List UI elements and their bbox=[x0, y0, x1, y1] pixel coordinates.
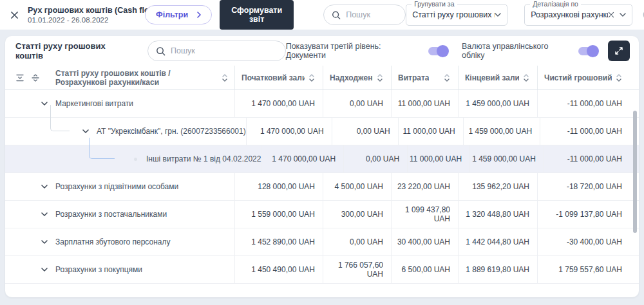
group-by-select[interactable]: Групувати за Статті руху грошових ко bbox=[406, 4, 507, 26]
column-header-closing-balance: Кінцевий залишок bbox=[458, 66, 537, 89]
table-body: Маркетингові витрати 1 470 000,00 UAH 0,… bbox=[5, 90, 639, 297]
group-by-label: Групувати за bbox=[412, 0, 457, 8]
panel-search-input[interactable] bbox=[171, 46, 222, 55]
cell-outflow: 11 000,00 UAH bbox=[398, 118, 463, 145]
report-toolbar: Рух грошових коштів (Cash flow) 01.01.20… bbox=[0, 0, 644, 30]
cell-opening: 1 470 000,00 UAH bbox=[246, 118, 332, 145]
card-header: Статті руху грошових коштів Показувати т… bbox=[5, 36, 639, 66]
cell-opening: 128 000,00 UAH bbox=[234, 173, 323, 200]
cell-closing: 1 442 044,80 UAH bbox=[458, 228, 537, 255]
fullscreen-button[interactable] bbox=[608, 41, 630, 61]
panel-search bbox=[147, 41, 286, 61]
report-card: Статті руху грошових коштів Показувати т… bbox=[5, 36, 639, 297]
toggle-third-level-label: Показувати третій рівень: Документи bbox=[286, 42, 422, 60]
row-label: Розрахунки з покупцями bbox=[55, 265, 142, 274]
chevron-down-icon bbox=[620, 13, 626, 17]
row-expand-chevron-icon[interactable] bbox=[41, 240, 48, 244]
toggle-currency[interactable] bbox=[578, 47, 598, 55]
cell-net: -11 000,00 UAH bbox=[544, 145, 639, 172]
cell-inflow: 0,00 UAH bbox=[332, 118, 398, 145]
chevron-right-icon bbox=[197, 12, 201, 18]
chevron-down-icon bbox=[495, 13, 501, 17]
cell-inflow: 0,00 UAH bbox=[323, 90, 391, 117]
cell-opening: 1 470 000,00 UAH bbox=[234, 90, 323, 117]
row-label: Розрахунки з підзвітними особами bbox=[55, 182, 178, 191]
cell-outflow: 23 220,00 UAH bbox=[391, 173, 458, 200]
column-header-inflow: Надходження bbox=[323, 66, 391, 89]
close-icon bbox=[10, 11, 19, 19]
row-expand-chevron-icon[interactable] bbox=[82, 129, 89, 133]
cell-closing: 1 459 000,00 UAH bbox=[469, 145, 544, 172]
row-label: Зарплатня збутового персоналу bbox=[55, 237, 170, 246]
cell-net: -18 720,00 UAH bbox=[537, 173, 639, 200]
cell-net: -11 000,00 UAH bbox=[540, 118, 639, 145]
collapse-all-icon[interactable] bbox=[15, 73, 24, 82]
row-expand-chevron-icon[interactable] bbox=[41, 268, 48, 272]
cell-outflow: 6 500,00 UAH bbox=[391, 256, 458, 283]
row-expand-chevron-icon[interactable] bbox=[41, 212, 48, 216]
group-by-value: Статті руху грошових ко bbox=[412, 10, 495, 19]
filters-button[interactable]: Фільтри bbox=[145, 5, 212, 24]
column-header-outflow: Витрата bbox=[391, 66, 458, 89]
sort-icon[interactable] bbox=[616, 73, 622, 82]
document-bullet-icon bbox=[134, 158, 137, 161]
search-icon bbox=[332, 10, 341, 20]
cell-closing: 135 962,20 UAH bbox=[458, 173, 537, 200]
generate-report-button[interactable]: Сформувати звіт bbox=[220, 0, 294, 30]
cell-closing: 1 320 448,80 UAH bbox=[458, 201, 537, 228]
cell-net: -30 400,00 UAH bbox=[537, 228, 639, 255]
table-row[interactable]: Зарплатня збутового персоналу 1 452 890,… bbox=[5, 228, 639, 256]
table-row[interactable]: Розрахунки з підзвітними особами 128 000… bbox=[5, 173, 639, 201]
detail-by-select[interactable]: Деталізація по Розрахункові рахунки/к bbox=[524, 4, 632, 26]
detail-by-value: Розрахункові рахунки/к bbox=[531, 10, 608, 19]
name-column-label: Статті руху грошових коштів / Розрахунко… bbox=[55, 69, 222, 87]
row-expand-chevron-icon[interactable] bbox=[41, 102, 48, 106]
cell-outflow: 1 099 437,80 UAH bbox=[391, 201, 458, 228]
vertical-scrollbar[interactable] bbox=[633, 111, 637, 233]
toolbar-search bbox=[323, 5, 406, 25]
column-header-net-cash-flow: Чистий грошовий потік bbox=[537, 66, 639, 89]
cell-closing: 1 459 000,00 UAH bbox=[463, 118, 540, 145]
table-row[interactable]: Розрахунки з покупцями 1 450 490,00 UAH … bbox=[5, 256, 639, 284]
clear-icon[interactable] bbox=[608, 12, 614, 18]
table-row[interactable]: Розрахунки з постачальниками 1 559 000,0… bbox=[5, 201, 639, 228]
sort-icon[interactable] bbox=[377, 73, 383, 82]
row-label: Розрахунки з постачальниками bbox=[55, 210, 167, 219]
table-header-row: Статті руху грошових коштів / Розрахунко… bbox=[5, 66, 639, 90]
table-row[interactable]: Маркетингові витрати 1 470 000,00 UAH 0,… bbox=[5, 90, 639, 118]
table-row[interactable]: АТ "Укрексімбанк", грн. (26007233566001)… bbox=[5, 118, 639, 145]
cell-inflow: 300,00 UAH bbox=[323, 201, 391, 228]
filters-button-label: Фільтри bbox=[156, 10, 188, 19]
search-icon bbox=[156, 46, 166, 56]
cell-outflow: 11 000,00 UAH bbox=[407, 145, 469, 172]
cell-inflow: 4 500,00 UAH bbox=[323, 173, 391, 200]
report-date-range: 01.01.2022 - 26.08.2022 bbox=[28, 16, 138, 24]
row-expand-chevron-icon[interactable] bbox=[41, 185, 48, 189]
row-label: Маркетингові витрати bbox=[55, 99, 133, 108]
report-title: Рух грошових коштів (Cash flow) bbox=[28, 6, 158, 15]
row-label: Інші витрати № 1 від 04.02.2022 bbox=[146, 154, 261, 163]
cell-outflow: 11 000,00 UAH bbox=[391, 90, 458, 117]
toggle-third-level[interactable] bbox=[428, 47, 448, 55]
sort-icon[interactable] bbox=[444, 73, 450, 82]
cell-closing: 1 459 000,00 UAH bbox=[458, 90, 537, 117]
sort-icon[interactable] bbox=[523, 73, 529, 82]
expand-all-icon[interactable] bbox=[31, 73, 40, 82]
cell-opening: 1 450 490,00 UAH bbox=[234, 256, 323, 283]
cell-opening: 1 470 000,00 UAH bbox=[261, 145, 343, 172]
toggle-currency-label: Валюта управлінського обліку bbox=[462, 42, 573, 60]
expand-icon bbox=[614, 46, 623, 55]
cell-inflow: 0,00 UAH bbox=[343, 145, 407, 172]
close-report-button[interactable] bbox=[10, 8, 19, 22]
cell-inflow: 0,00 UAH bbox=[323, 228, 391, 255]
sort-icon[interactable] bbox=[222, 73, 228, 82]
cell-inflow: 1 766 057,60 UAH bbox=[323, 256, 391, 283]
report-title-block[interactable]: Рух грошових коштів (Cash flow) 01.01.20… bbox=[28, 6, 138, 24]
cell-closing: 1 889 619,80 UAH bbox=[458, 256, 537, 283]
cell-opening: 1 559 000,00 UAH bbox=[234, 201, 323, 228]
table-row-selected[interactable]: Інші витрати № 1 від 04.02.2022 1 470 00… bbox=[5, 145, 639, 173]
cell-net: -1 099 137,80 UAH bbox=[537, 201, 639, 228]
panel-title: Статті руху грошових коштів bbox=[15, 41, 135, 60]
toolbar-search-input[interactable] bbox=[346, 10, 397, 19]
sort-icon[interactable] bbox=[308, 73, 315, 82]
